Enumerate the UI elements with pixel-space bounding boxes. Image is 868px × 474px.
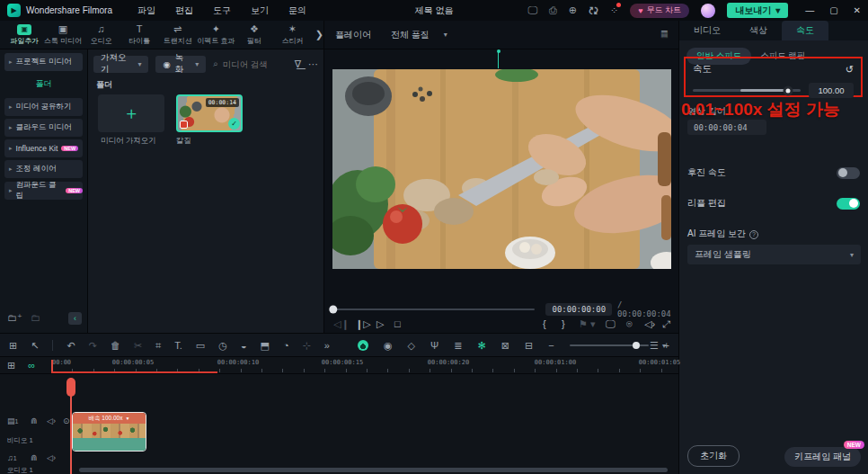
info-icon[interactable]: ?: [749, 230, 758, 239]
mood-chart-badge[interactable]: ♥무드 차트: [630, 4, 689, 18]
mark-in-button[interactable]: {: [543, 318, 546, 329]
ai-portrait-icon[interactable]: [358, 340, 368, 351]
preview-on-tv-button[interactable]: 🖵: [606, 318, 616, 330]
split-scissors-icon[interactable]: ✂: [134, 340, 142, 352]
crop-icon[interactable]: ⌗: [155, 340, 161, 352]
reverse-speed-toggle[interactable]: [837, 167, 860, 179]
menu-tools[interactable]: 도구: [213, 4, 231, 17]
apps-grid-icon[interactable]: ⁘: [610, 4, 618, 16]
timeline-scrollbar[interactable]: [79, 468, 668, 472]
speed-slider-handle[interactable]: [783, 85, 793, 95]
import-media-card[interactable]: ＋: [98, 94, 164, 132]
sidebar-item-influence-kit[interactable]: ▸Influence KitNEW: [4, 139, 83, 157]
delete-folder-icon[interactable]: 🗀: [31, 312, 40, 323]
tab-titles[interactable]: T타이틀: [120, 23, 159, 46]
user-avatar[interactable]: [701, 4, 715, 18]
sidebar-item-adjustment-layer[interactable]: ▸조정 레이어: [4, 160, 83, 178]
redo-icon[interactable]: ↷: [89, 340, 97, 352]
fullscreen-button[interactable]: ⤢: [662, 318, 670, 330]
record-button[interactable]: ◉녹화▾: [155, 56, 206, 73]
track-manager-icon[interactable]: ☰: [650, 340, 659, 352]
speed-slider[interactable]: [693, 89, 801, 92]
reset-speed-icon[interactable]: ↺: [846, 64, 854, 76]
save-icon[interactable]: ⎙: [549, 4, 557, 16]
delete-render-icon[interactable]: ⊠: [501, 340, 509, 352]
stop-button[interactable]: □: [394, 318, 401, 329]
play-button[interactable]: ▷: [376, 318, 384, 330]
menu-edit[interactable]: 편집: [175, 4, 193, 17]
tab-speed[interactable]: 속도: [782, 21, 828, 40]
reset-button[interactable]: 초기화: [687, 445, 740, 467]
tab-video[interactable]: 비디오: [679, 21, 735, 40]
upload-icon[interactable]: ⊕: [569, 4, 577, 16]
ribbon-more-arrow[interactable]: ❯: [315, 29, 323, 40]
sidebar-item-shared-media[interactable]: ▸미디어 공유하기: [4, 98, 83, 116]
import-button[interactable]: 가져오기▾: [93, 56, 148, 73]
close-button[interactable]: ✕: [854, 5, 861, 15]
support-icon[interactable]: 🗘: [589, 5, 598, 16]
screen-record-icon[interactable]: ⬒: [261, 340, 270, 352]
minimize-button[interactable]: —: [805, 5, 814, 15]
voiceover-mic-icon[interactable]: Ψ: [430, 340, 438, 351]
ai-tools-icon[interactable]: ✻: [478, 340, 486, 352]
tab-media-import[interactable]: ▣파일추가: [5, 24, 44, 46]
timeline-zoom-slider[interactable]: [570, 344, 649, 347]
clip-speed-header[interactable]: 배속 100.00x▼: [73, 413, 146, 424]
mute-track-icon[interactable]: ◁›: [47, 453, 56, 462]
speed-clock-icon[interactable]: ◷: [218, 340, 227, 352]
playback-progress-bar[interactable]: [332, 309, 535, 311]
timer-icon[interactable]: ◔: [283, 340, 289, 351]
menu-help[interactable]: 문의: [288, 4, 306, 17]
interpolation-dropdown[interactable]: 프레임 샘플링▾: [687, 245, 861, 264]
timeline-ruler[interactable]: 00:00 00:00:00:05 00:00:00:10 00:00:00:1…: [0, 357, 678, 374]
more-tools-icon[interactable]: »: [324, 340, 330, 351]
volume-button[interactable]: ◁›: [644, 318, 655, 330]
sidebar-item-compound-clip[interactable]: ▸컴파운드 클립NEW: [4, 182, 83, 200]
previous-frame-button[interactable]: ◁❙: [333, 318, 350, 330]
lock-track-icon[interactable]: ⋒: [31, 453, 38, 462]
zoom-slider-handle[interactable]: [633, 342, 640, 349]
speed-value-field[interactable]: 100.00: [809, 83, 854, 98]
duration-value-field[interactable]: 00:00:00:04: [687, 120, 766, 135]
tab-transitions[interactable]: ⇌트랜지션: [158, 23, 197, 46]
sidebar-item-cloud-media[interactable]: ▸클라우드 미디어: [4, 119, 83, 137]
export-button[interactable]: 내보내기▾: [727, 3, 788, 18]
next-frame-button[interactable]: ❙▷: [355, 318, 371, 330]
undo-icon[interactable]: ↶: [66, 340, 75, 352]
menu-file[interactable]: 파일: [137, 4, 155, 17]
quality-dropdown[interactable]: 전체 품질▾: [391, 29, 447, 41]
delete-icon[interactable]: 🗑: [111, 340, 120, 351]
scopes-icon[interactable]: 𝄜: [661, 29, 668, 40]
timeline-clip[interactable]: 배속 100.00x▼: [72, 412, 146, 452]
tab-color[interactable]: 색상: [735, 21, 782, 40]
hide-track-icon[interactable]: ⊙: [63, 416, 70, 425]
auto-ripple-icon[interactable]: ◉: [384, 340, 393, 352]
sidebar-item-project-media[interactable]: ▸프로젝트 미디어: [4, 53, 83, 71]
tab-effects[interactable]: ✦이펙트 효과: [197, 23, 235, 46]
snapshot-button[interactable]: ⌾: [626, 318, 633, 330]
sidebar-item-folder[interactable]: 폴더: [0, 78, 87, 90]
media-clip-thumbnail[interactable]: 00:00:14 ✓: [176, 94, 243, 132]
boundary-icon[interactable]: ◇: [408, 340, 415, 352]
filter-icon[interactable]: ∇͟: [295, 58, 301, 70]
media-search[interactable]: ⌕: [213, 58, 287, 69]
color-palette-icon[interactable]: ◒: [241, 340, 247, 351]
mixer-icon[interactable]: ≣: [454, 340, 462, 352]
tab-stock-media[interactable]: ▣스톡 미디어: [44, 23, 83, 46]
new-folder-icon[interactable]: 🗀⁺: [7, 312, 22, 324]
progress-handle[interactable]: [329, 306, 337, 314]
current-timecode[interactable]: 00:00:00:00: [545, 303, 612, 316]
lock-track-icon[interactable]: ⋒: [31, 416, 38, 425]
menu-view[interactable]: 보기: [251, 4, 269, 17]
mask-icon[interactable]: ▭: [196, 340, 205, 352]
collapse-panel-button[interactable]: ‹: [68, 312, 82, 325]
playhead-grip[interactable]: [66, 378, 75, 397]
workspace-layout-icon[interactable]: ⊞: [9, 340, 17, 352]
tab-stickers[interactable]: ✶스티커: [273, 23, 312, 46]
select-tool-icon[interactable]: ↖: [31, 340, 39, 352]
marker-flag-button[interactable]: ⚑ ▾: [579, 318, 595, 330]
search-input[interactable]: [223, 59, 288, 69]
display-icon[interactable]: 🖵: [527, 4, 537, 16]
text-tool-icon[interactable]: T.: [174, 340, 182, 351]
zoom-out-icon[interactable]: −: [548, 340, 554, 351]
